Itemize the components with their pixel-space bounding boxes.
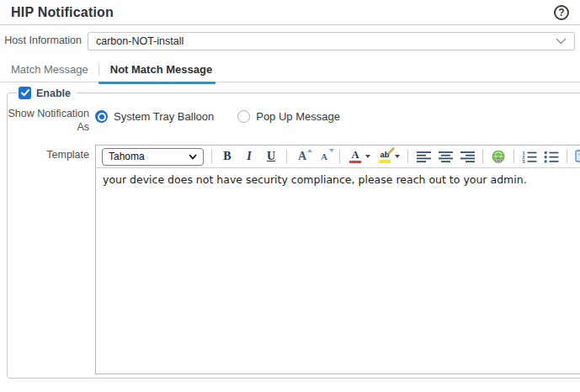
ordered-list-icon: 1 2 3 (522, 151, 537, 163)
checkmark-icon (21, 89, 29, 97)
help-glyph: ? (558, 7, 564, 19)
align-right-icon (460, 151, 475, 162)
toolbar-separator (513, 150, 514, 163)
enable-label: Enable (36, 87, 71, 99)
font-family-value: Tahoma (109, 151, 145, 162)
toolbar-separator (211, 150, 212, 163)
globe-link-icon (491, 150, 506, 164)
underline-button[interactable]: U (263, 148, 279, 165)
show-notification-options: System Tray Balloon Pop Up Message (95, 108, 340, 123)
tab-separator (98, 63, 99, 76)
toolbar-separator (286, 150, 287, 163)
tab-not-match-message[interactable]: Not Match Message (109, 59, 214, 83)
caret-up-icon (307, 149, 312, 152)
rich-text-editor: Tahoma B I U A (95, 145, 580, 374)
template-text-area[interactable]: your device does not have security compl… (96, 168, 580, 373)
toolbar-separator (407, 150, 408, 163)
bullet-list-button[interactable] (544, 148, 559, 165)
host-information-dropdown[interactable]: carbon-NOT-install (88, 32, 575, 50)
dialog-title: HIP Notification (11, 5, 114, 20)
hip-notification-dialog: HIP Notification ? Host Information carb… (0, 0, 580, 392)
alignment-group (416, 148, 475, 165)
insert-link-button[interactable] (491, 148, 506, 165)
chevron-down-icon (189, 154, 197, 160)
align-center-button[interactable] (438, 148, 453, 165)
radio-option-system-tray-balloon[interactable]: System Tray Balloon (95, 110, 214, 123)
tab-match-message[interactable]: Match Message (11, 59, 88, 83)
help-icon[interactable]: ? (554, 5, 569, 20)
highlight-pen-icon (386, 146, 396, 156)
template-label: Template (8, 145, 95, 162)
color-group: A ab (348, 148, 400, 165)
font-size-increase-glyph: A (298, 150, 306, 163)
host-information-value: carbon-NOT-install (96, 35, 184, 47)
dialog-titlebar: HIP Notification ? (0, 0, 580, 25)
font-size-increase-button[interactable]: A (295, 148, 310, 165)
font-color-glyph: A (351, 151, 359, 160)
host-information-label: Host Information (0, 34, 88, 48)
font-size-group: A A (295, 148, 332, 165)
ordered-list-button[interactable]: 1 2 3 (522, 148, 537, 165)
show-notification-label: Show Notification As (8, 108, 95, 134)
show-notification-row: Show Notification As System Tray Balloon… (8, 108, 580, 134)
toolbar-separator (482, 150, 483, 163)
enable-legend[interactable]: Enable (17, 87, 77, 99)
radio-label: System Tray Balloon (114, 110, 214, 123)
radio-unselected-icon[interactable] (237, 110, 250, 123)
highlight-color-swatch (379, 160, 391, 163)
highlight-color-button[interactable]: ab (377, 148, 392, 165)
template-row: Template Tahoma B I U (8, 145, 580, 374)
text-style-group: B I U (220, 148, 279, 165)
enable-fieldset: Enable Show Notification As System Tray … (7, 87, 580, 379)
font-family-dropdown[interactable]: Tahoma (102, 148, 204, 166)
edit-source-button[interactable] (575, 148, 580, 165)
font-color-dropdown-arrow[interactable] (365, 155, 370, 158)
font-size-decrease-glyph: A (321, 152, 327, 162)
list-group: 1 2 3 (522, 148, 559, 165)
radio-option-pop-up-message[interactable]: Pop Up Message (237, 110, 340, 123)
font-color-swatch (349, 161, 361, 164)
bold-button[interactable]: B (220, 148, 235, 165)
align-left-icon (417, 151, 431, 162)
chevron-down-icon (556, 38, 567, 45)
align-center-icon (439, 151, 453, 162)
svg-text:3: 3 (523, 159, 525, 163)
toolbar-separator (339, 150, 340, 163)
radio-selected-icon[interactable] (95, 110, 108, 123)
font-size-decrease-button[interactable]: A (317, 148, 332, 165)
edit-source-icon (575, 150, 580, 164)
radio-label: Pop Up Message (256, 110, 340, 123)
font-color-button[interactable]: A (348, 148, 363, 165)
enable-checkbox[interactable] (19, 87, 31, 99)
host-information-row: Host Information carbon-NOT-install (0, 25, 580, 55)
bullet-list-icon (544, 151, 559, 163)
align-left-button[interactable] (416, 148, 431, 165)
caret-down-icon (329, 149, 334, 152)
tab-bar: Match Message Not Match Message (0, 55, 580, 82)
align-right-button[interactable] (460, 148, 475, 165)
editor-toolbar: Tahoma B I U A (96, 146, 580, 168)
italic-button[interactable]: I (242, 148, 257, 165)
toolbar-separator (567, 150, 567, 163)
